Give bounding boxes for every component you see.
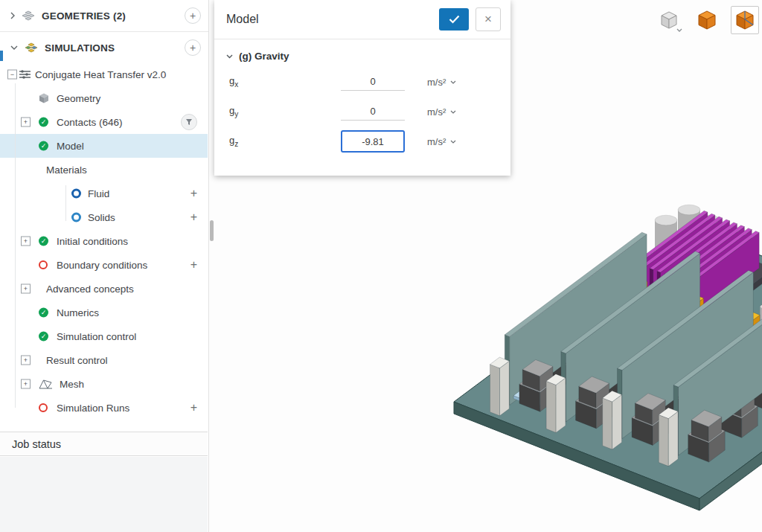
- tree-item-mesh[interactable]: + Mesh: [0, 372, 208, 396]
- tree-connector-line: [15, 83, 16, 408]
- chevron-down-icon[interactable]: [10, 45, 18, 50]
- orange-cube-icon: [698, 10, 716, 30]
- gy-input[interactable]: [341, 103, 405, 121]
- simulations-label: SIMULATIONS: [45, 42, 115, 54]
- gx-unit-select[interactable]: m/s²: [427, 77, 469, 88]
- gy-label: gy: [229, 105, 341, 118]
- tree-item-simulation-control[interactable]: ✓ Simulation control: [0, 324, 208, 348]
- check-status-icon: ✓: [39, 308, 48, 318]
- tree-connector-line: [65, 185, 66, 221]
- fluid-icon: [71, 189, 81, 199]
- gy-unit-select[interactable]: m/s²: [427, 106, 469, 118]
- simscale-workbench: TOP RIGHT BACK Z X: [0, 0, 762, 532]
- gravity-section-header[interactable]: (g) Gravity: [214, 39, 510, 67]
- check-icon: [449, 15, 460, 24]
- solids-icon: [71, 213, 81, 222]
- expand-toggle[interactable]: +: [21, 118, 31, 127]
- pcb-model[interactable]: [443, 134, 762, 532]
- gz-unit-select[interactable]: m/s²: [427, 136, 469, 147]
- gravity-section-title: (g) Gravity: [239, 51, 289, 62]
- tree-item-model[interactable]: ✓ Model: [0, 134, 208, 158]
- close-icon: ×: [484, 12, 492, 27]
- incomplete-status-icon: [39, 403, 48, 412]
- tree-item-fluid[interactable]: Fluid +: [0, 182, 208, 205]
- expand-toggle[interactable]: +: [21, 356, 31, 365]
- gx-label: gx: [229, 75, 341, 89]
- project-tree-sidebar: GEOMETRIES (2) + SIMULATIONS +: [0, 0, 209, 532]
- chevron-down-icon: [450, 80, 456, 84]
- gx-input[interactable]: [341, 73, 405, 91]
- tree-item-boundary-conditions[interactable]: Boundary conditions +: [0, 253, 208, 277]
- tree-item-initial-conditions[interactable]: + ✓ Initial conditions: [0, 229, 208, 253]
- chevron-down-icon: [450, 140, 456, 144]
- view-toolbar: [655, 6, 759, 34]
- geometries-header[interactable]: GEOMETRIES (2) +: [0, 0, 208, 32]
- perspective-view-button[interactable]: [693, 6, 721, 34]
- tree-item-numerics[interactable]: ✓ Numerics: [0, 301, 208, 324]
- panel-header: Model ×: [214, 0, 510, 39]
- start-run-button[interactable]: +: [190, 402, 197, 414]
- gz-label: gz: [229, 135, 341, 148]
- sidebar-scrollbar[interactable]: [210, 220, 214, 241]
- job-status-panel: [0, 457, 208, 532]
- model-panel: Model × (g) Gravity gx m/s²: [214, 0, 510, 176]
- tree-item-advanced-concepts[interactable]: + Advanced concepts: [0, 277, 208, 301]
- scene-settings-button[interactable]: [655, 6, 683, 34]
- tree-item-geometry[interactable]: Geometry: [0, 86, 208, 110]
- job-status-label: Job status: [12, 438, 61, 450]
- tree-item-contacts[interactable]: + ✓ Contacts (646): [0, 110, 208, 134]
- tree-item-simulation-root[interactable]: − Conjugate Heat Transfer v2.0: [0, 63, 208, 86]
- collapse-toggle[interactable]: −: [7, 70, 17, 80]
- chevron-down-icon: [676, 28, 682, 32]
- geometry-icon: [39, 93, 49, 104]
- panel-body: (g) Gravity gx m/s² gy m/s²: [214, 39, 510, 156]
- mesh-icon: [39, 379, 53, 389]
- add-fluid-button[interactable]: +: [190, 188, 197, 199]
- apply-button[interactable]: [439, 8, 469, 31]
- incomplete-status-icon: [39, 260, 48, 269]
- gravity-row-x: gx m/s²: [214, 67, 510, 97]
- tree-item-result-control[interactable]: + Result control: [0, 348, 208, 372]
- add-solid-button[interactable]: +: [190, 211, 197, 223]
- funnel-icon: [185, 118, 193, 126]
- check-status-icon: ✓: [39, 332, 48, 342]
- gravity-row-z: gz m/s²: [214, 126, 510, 156]
- isometric-view-button[interactable]: [731, 6, 759, 34]
- chevron-right-icon[interactable]: [10, 12, 15, 19]
- simulation-tree: − Conjugate Heat Transfer v2.0: [0, 63, 208, 420]
- expand-toggle[interactable]: +: [21, 379, 31, 389]
- expand-toggle[interactable]: +: [21, 237, 31, 246]
- check-status-icon: ✓: [39, 141, 48, 151]
- orange-cube-axes-icon: [736, 10, 754, 30]
- chevron-down-icon: [226, 54, 233, 59]
- filter-contacts-button[interactable]: [181, 114, 197, 130]
- expand-toggle[interactable]: +: [21, 284, 31, 294]
- add-simulation-button[interactable]: +: [185, 39, 201, 56]
- simulations-icon: [25, 42, 38, 54]
- simulation-setup-icon: [19, 70, 31, 80]
- close-button[interactable]: ×: [476, 7, 501, 31]
- active-simulation-indicator: [0, 51, 3, 61]
- tree-item-solids[interactable]: Solids +: [0, 205, 208, 229]
- panel-title: Model: [226, 13, 439, 26]
- chevron-down-icon: [450, 110, 456, 114]
- check-status-icon: ✓: [39, 118, 48, 127]
- add-boundary-condition-button[interactable]: +: [190, 259, 197, 271]
- simulations-header[interactable]: SIMULATIONS +: [0, 32, 208, 63]
- geometries-icon: [22, 10, 35, 22]
- tree-item-simulation-runs[interactable]: Simulation Runs +: [0, 396, 208, 420]
- geometries-label: GEOMETRIES (2): [42, 10, 126, 22]
- add-geometry-button[interactable]: +: [185, 7, 201, 24]
- job-status-bar[interactable]: Job status: [0, 432, 208, 456]
- gravity-row-y: gy m/s²: [214, 97, 510, 126]
- tree-item-materials[interactable]: Materials: [0, 158, 208, 182]
- gz-input[interactable]: [341, 130, 405, 153]
- gray-cube-icon: [661, 11, 677, 29]
- check-status-icon: ✓: [39, 237, 48, 246]
